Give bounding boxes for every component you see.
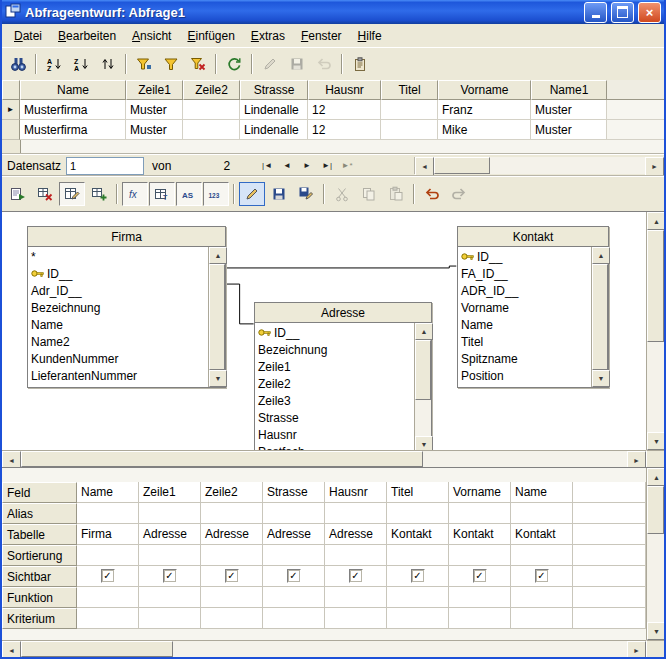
results-cell[interactable] [183, 100, 240, 120]
results-cell[interactable]: Muster [531, 100, 607, 120]
field-item[interactable]: Zeile1 [255, 358, 414, 375]
query-grid-cell[interactable] [77, 545, 139, 566]
sort-ascending-button[interactable]: AZ [41, 52, 67, 76]
join-line-firma-kontakt[interactable] [224, 266, 457, 268]
results-column-header[interactable]: Name [20, 80, 126, 100]
visible-checkbox[interactable] [411, 569, 425, 583]
record-number-input[interactable] [66, 157, 144, 175]
results-cell[interactable] [381, 120, 438, 140]
results-corner-header[interactable] [2, 80, 20, 100]
results-column-header[interactable]: Name1 [531, 80, 607, 100]
field-item[interactable]: Postfach [255, 443, 414, 450]
results-column-header[interactable]: Vorname [438, 80, 531, 100]
query-grid-cell[interactable] [325, 608, 387, 629]
query-grid-cell[interactable] [387, 503, 449, 524]
scrollbar-track[interactable] [415, 400, 431, 436]
visible-checkbox[interactable] [287, 569, 301, 583]
query-grid-cell[interactable] [263, 608, 325, 629]
field-item[interactable]: KundenNummer [28, 350, 208, 367]
menu-item-hilfe[interactable]: Hilfe [350, 26, 390, 46]
query-grid-cell[interactable]: Name [511, 482, 573, 503]
undo-button[interactable] [419, 182, 445, 206]
query-grid-cell[interactable]: Adresse [201, 524, 263, 545]
query-grid-cell[interactable] [201, 503, 263, 524]
copy-button[interactable] [356, 182, 382, 206]
menu-item-datei[interactable]: Datei [6, 26, 50, 46]
query-grid-cell[interactable] [511, 608, 573, 629]
scrollbar-thumb[interactable] [415, 340, 431, 400]
results-cell[interactable] [381, 100, 438, 120]
scrollbar-track[interactable] [173, 641, 627, 657]
results-column-header[interactable]: Strasse [240, 80, 308, 100]
row-selector[interactable] [2, 120, 20, 140]
results-column-header[interactable]: Zeile1 [126, 80, 183, 100]
query-grid-cell[interactable] [325, 587, 387, 608]
close-button[interactable]: × [638, 2, 661, 23]
field-item[interactable]: Bezeichnung [28, 299, 208, 316]
run-query-button[interactable] [5, 182, 31, 206]
design-horizontal-scrollbar[interactable]: ◄ ► [2, 450, 646, 467]
visible-checkbox[interactable] [349, 569, 363, 583]
scrollbar-thumb[interactable] [21, 451, 423, 467]
scrollbar-thumb[interactable] [647, 486, 664, 534]
table-caption[interactable]: Kontakt [458, 227, 608, 247]
query-grid-filler[interactable] [573, 608, 646, 629]
standard-filter-button[interactable] [158, 52, 184, 76]
query-grid-cell[interactable] [77, 566, 139, 587]
query-grid-cell[interactable] [201, 566, 263, 587]
query-grid-cell[interactable] [449, 587, 511, 608]
edit-button[interactable] [239, 182, 265, 206]
table-scrollbar[interactable]: ▲ ▼ [591, 247, 608, 387]
field-item[interactable]: ADR_ID__ [458, 282, 591, 299]
results-cell[interactable]: Muster [126, 120, 183, 140]
query-grid-horizontal-scrollbar[interactable]: ◄ ► [2, 640, 646, 657]
query-grid-cell[interactable] [77, 608, 139, 629]
sort-descending-button[interactable]: ZA [68, 52, 94, 76]
design-table-kontakt[interactable]: Kontakt ID__ FA_ID__ ADR_ID__ Vorname Na… [457, 226, 609, 388]
query-grid-cell[interactable] [139, 566, 201, 587]
undo-data-entry-button[interactable] [311, 52, 337, 76]
results-column-header[interactable]: Zeile2 [183, 80, 240, 100]
refresh-button[interactable] [221, 52, 247, 76]
field-item[interactable]: ID__ [28, 265, 208, 282]
query-grid-cell[interactable] [511, 545, 573, 566]
previous-record-button[interactable]: ◄ [278, 158, 296, 174]
query-grid-cell[interactable] [139, 545, 201, 566]
results-cell[interactable]: Musterfirma [20, 100, 126, 120]
query-grid-filler[interactable] [573, 503, 646, 524]
minimize-button[interactable] [584, 2, 607, 23]
scroll-up-button[interactable]: ▲ [592, 247, 610, 264]
query-grid-cell[interactable] [449, 566, 511, 587]
query-grid-cell[interactable] [77, 587, 139, 608]
visible-checkbox[interactable] [473, 569, 487, 583]
results-cell[interactable]: Musterfirma [20, 120, 126, 140]
menu-item-extras[interactable]: Extras [243, 26, 293, 46]
scrollbar-track[interactable] [647, 534, 664, 622]
field-item[interactable]: Position [458, 367, 591, 384]
title-bar[interactable]: Abfrageentwurf: Abfrage1 × [2, 0, 664, 24]
field-item[interactable]: Zeile3 [255, 392, 414, 409]
query-grid-cell[interactable]: Hausnr [325, 482, 387, 503]
scrollbar-thumb[interactable] [209, 264, 225, 370]
results-cell[interactable]: Muster [531, 120, 607, 140]
query-grid-cell[interactable]: Kontakt [449, 524, 511, 545]
query-grid-filler[interactable] [573, 587, 646, 608]
field-item[interactable]: Adr_ID__ [28, 282, 208, 299]
resize-corner[interactable] [646, 640, 664, 657]
scroll-right-button[interactable]: ► [627, 641, 646, 659]
scroll-left-button[interactable]: ◄ [2, 641, 21, 659]
remove-filter-button[interactable] [185, 52, 211, 76]
save-record-button[interactable] [284, 52, 310, 76]
query-grid-cell[interactable] [201, 587, 263, 608]
query-grid-cell[interactable] [511, 566, 573, 587]
alias-button[interactable]: AS [176, 182, 202, 206]
field-item[interactable]: FA_ID__ [458, 265, 591, 282]
sort-button[interactable] [95, 52, 121, 76]
query-grid-cell[interactable]: Titel [387, 482, 449, 503]
field-item[interactable]: Bezeichnung [255, 341, 414, 358]
query-grid-filler[interactable] [573, 545, 646, 566]
query-grid-cell[interactable]: Firma [77, 524, 139, 545]
distinct-values-button[interactable]: 123 [203, 182, 229, 206]
scrollbar-thumb[interactable] [434, 157, 490, 174]
scroll-down-button[interactable]: ▼ [647, 622, 666, 640]
